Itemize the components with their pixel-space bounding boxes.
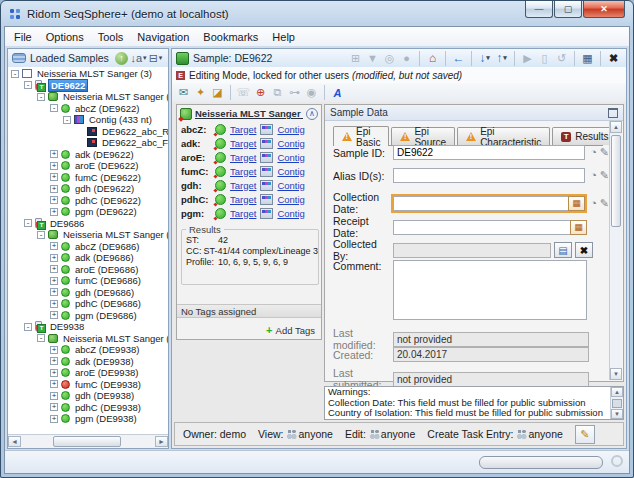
tree-expander[interactable]: - — [24, 219, 32, 227]
tree-item[interactable]: + aroE (DE9686) — [8, 264, 168, 276]
comment-icon[interactable]: ● — [398, 51, 415, 66]
tree-expander[interactable]: + — [50, 185, 58, 193]
tree-item[interactable]: + gdh (DE9622) — [8, 183, 168, 195]
tree-expander[interactable]: + — [50, 196, 58, 204]
home-icon[interactable]: ⌂ — [419, 51, 441, 66]
menu-item[interactable]: Navigation — [130, 29, 196, 45]
tab-results[interactable]: T Results — [552, 127, 617, 145]
tree-expander[interactable]: + — [50, 208, 58, 216]
tree-item[interactable]: + abcZ (DE9938) — [8, 344, 168, 356]
tree-item[interactable]: - Neisseria MLST Sanger (DE96 — [8, 229, 168, 241]
target-link[interactable]: Target — [230, 166, 256, 177]
phone-icon[interactable]: ☏ — [230, 85, 252, 100]
alias-id-input[interactable] — [393, 168, 585, 183]
receipt-date-input[interactable] — [393, 220, 570, 235]
tree-item[interactable]: DE9622_abc_F (4 — [8, 137, 168, 149]
calendar-icon[interactable]: ▦ — [568, 196, 585, 211]
history-icon[interactable]: ◔ — [590, 169, 597, 182]
target-link[interactable]: Target — [230, 180, 256, 191]
tree-expander[interactable]: + — [50, 415, 58, 423]
tree-expander[interactable]: + — [50, 277, 58, 285]
key-icon[interactable]: ⊶ — [286, 85, 303, 100]
collapse-panel-icon[interactable]: ∧ — [306, 108, 318, 120]
target-link[interactable]: Target — [230, 138, 256, 149]
contig-link[interactable]: Contig — [277, 180, 304, 191]
contig-link[interactable]: Contig — [277, 138, 304, 149]
tree-expander[interactable]: + — [50, 300, 58, 308]
tree-item[interactable]: + abcZ (DE9686) — [8, 241, 168, 253]
tree-expander[interactable]: + — [50, 346, 58, 354]
tree-item[interactable]: - DE9938 — [8, 321, 168, 333]
tree-expander[interactable]: + — [50, 288, 58, 296]
calendar-icon[interactable]: ▦ — [570, 220, 587, 235]
history-icon[interactable]: ◔ — [590, 197, 597, 210]
pin-icon[interactable]: ◎ — [381, 51, 398, 66]
sample-data-scrollbar[interactable]: ▲ ▼ — [609, 121, 622, 380]
scroll-left-arrow[interactable]: ◄ — [8, 436, 21, 447]
maximize-button[interactable]: ▢ — [554, 1, 582, 18]
tree-expander[interactable]: + — [50, 162, 58, 170]
tree-expander[interactable]: - — [24, 323, 32, 331]
signature-export-icon[interactable]: A — [324, 85, 346, 100]
tree-expander[interactable]: + — [50, 357, 58, 365]
submit-icon[interactable]: ▶ — [514, 51, 536, 66]
collection-date-input[interactable] — [393, 196, 568, 211]
report-icon[interactable]: ✦ — [192, 85, 209, 100]
scheme-link[interactable]: Neisseria MLST Sanger (DE9622) — [195, 108, 303, 119]
attachment-icon[interactable]: ⧉ — [269, 85, 286, 100]
tree-expander[interactable]: - — [24, 81, 32, 89]
go-up-icon[interactable]: ↑ — [493, 51, 510, 66]
tree-expander[interactable]: + — [50, 380, 58, 388]
export-icon[interactable]: ✉ — [175, 85, 192, 100]
task-entry-icon[interactable]: ◪ — [209, 85, 226, 100]
tree-item[interactable]: + aroE (DE9622) — [8, 160, 168, 172]
scroll-down-arrow[interactable]: ▼ — [610, 368, 622, 380]
target-link[interactable]: Target — [230, 208, 256, 219]
back-icon[interactable]: ← — [445, 51, 467, 66]
tree-item[interactable]: + fumC (DE9622) — [8, 172, 168, 184]
tree-expander[interactable]: + — [50, 392, 58, 400]
warnings-scrollbar[interactable]: ▲ ▼ — [610, 387, 623, 419]
clear-icon[interactable]: ✖ — [575, 242, 593, 258]
save-icon[interactable]: ▦ — [574, 51, 596, 66]
tree-item[interactable]: + adk (DE9622) — [8, 149, 168, 161]
target-link[interactable]: Target — [230, 194, 256, 205]
tree-item[interactable]: + pdhC (DE9938) — [8, 402, 168, 414]
tree-item[interactable]: + pdhC (DE9686) — [8, 298, 168, 310]
modify-icon[interactable]: ✎ — [600, 197, 609, 210]
contig-link[interactable]: Contig — [277, 208, 304, 219]
table-view-icon[interactable]: ⊞ — [347, 51, 364, 66]
scroll-thumb[interactable] — [611, 135, 621, 227]
tree-item[interactable]: + gdh (DE9938) — [8, 390, 168, 402]
menu-item[interactable]: Help — [265, 29, 302, 45]
tree-item[interactable]: - DE9686 — [8, 218, 168, 230]
tree-horizontal-scrollbar[interactable]: ◄ ► — [8, 434, 168, 448]
menu-item[interactable]: Bookmarks — [196, 29, 265, 45]
tree-item[interactable]: + gdh (DE9686) — [8, 287, 168, 299]
tree-item[interactable]: + aroE (DE9938) — [8, 367, 168, 379]
import-samples-icon[interactable]: ↑ — [115, 52, 128, 65]
tree-expander[interactable]: + — [50, 369, 58, 377]
minimize-button[interactable]: — — [525, 1, 553, 18]
revert-icon[interactable]: ↺ — [553, 51, 570, 66]
scroll-down-arrow[interactable]: ▼ — [611, 409, 623, 419]
contig-link[interactable]: Contig — [277, 152, 304, 163]
tree-expander[interactable]: - — [37, 334, 45, 342]
close-button[interactable]: ✕ — [583, 1, 625, 18]
tree-expander[interactable]: + — [50, 254, 58, 262]
tree-item[interactable]: + adk (DE9686) — [8, 252, 168, 264]
contig-link[interactable]: Contig — [277, 124, 304, 135]
tree-item[interactable]: - abcZ (DE9622) — [8, 103, 168, 115]
contig-link[interactable]: Contig — [277, 166, 304, 177]
sample-id-input[interactable] — [393, 145, 585, 160]
tree-item[interactable]: - Contig (433 nt) — [8, 114, 168, 126]
menu-item[interactable]: Tools — [91, 29, 131, 45]
collapse-all-icon[interactable]: ⊟ — [147, 51, 164, 66]
edit-permissions-icon[interactable]: ✎ — [575, 425, 595, 444]
tree-expander[interactable]: + — [50, 311, 58, 319]
target-link[interactable]: Target — [230, 152, 256, 163]
scroll-thumb[interactable] — [612, 399, 622, 408]
tree-expander[interactable]: + — [50, 173, 58, 181]
address-book-icon[interactable]: ▤ — [554, 242, 572, 258]
tree-expander[interactable]: - — [50, 104, 58, 112]
